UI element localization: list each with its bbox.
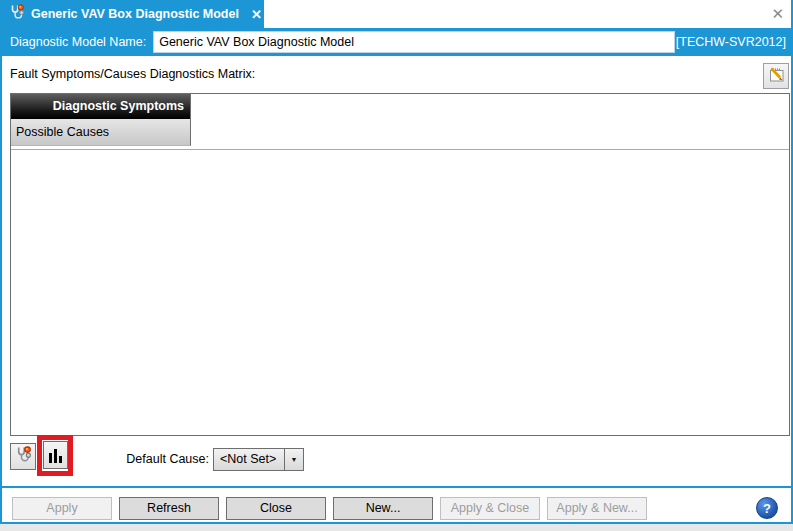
matrix-grid-line	[11, 149, 789, 150]
apply-and-close-button[interactable]: Apply & Close	[440, 497, 540, 520]
edit-matrix-button[interactable]	[763, 63, 789, 89]
possible-causes-header: Possible Causes	[11, 119, 191, 146]
footer-separator	[2, 486, 791, 488]
diagnostic-symptoms-header: Diagnostic Symptoms	[11, 94, 191, 119]
apply-button[interactable]: Apply	[12, 497, 112, 520]
diagnostic-model-window: Generic VAV Box Diagnostic Model ✕ ✕ Dia…	[0, 0, 793, 531]
default-cause-value: <Not Set>	[214, 449, 284, 470]
default-cause-dropdown[interactable]: <Not Set> ▼	[213, 448, 304, 471]
background-strip	[0, 524, 793, 531]
chevron-down-icon[interactable]: ▼	[284, 449, 303, 470]
server-badge: [TECHW-SVR2012]	[676, 35, 786, 49]
header-bar: Diagnostic Model Name: [TECHW-SVR2012]	[2, 28, 791, 56]
stethoscope-alarm-icon	[15, 446, 32, 467]
question-mark-icon: ?	[763, 501, 771, 516]
bar-chart-icon	[49, 448, 62, 463]
refresh-button[interactable]: Refresh	[119, 497, 219, 520]
close-button[interactable]: Close	[226, 497, 326, 520]
tab-generic-vav-box-diagnostic-model[interactable]: Generic VAV Box Diagnostic Model ✕	[2, 0, 264, 28]
tab-close-icon[interactable]: ✕	[251, 8, 262, 21]
diagnostic-model-name-input[interactable]	[153, 31, 675, 53]
diagnostic-model-name-label: Diagnostic Model Name:	[10, 35, 146, 49]
apply-and-new-button[interactable]: Apply & New...	[547, 497, 647, 520]
diagnostic-model-dialog: Generic VAV Box Diagnostic Model ✕ ✕ Dia…	[0, 0, 793, 524]
window-close-icon[interactable]: ✕	[771, 6, 784, 21]
stethoscope-alarm-icon	[9, 4, 25, 24]
edit-note-icon	[767, 65, 786, 88]
chart-view-button[interactable]	[43, 441, 68, 469]
matrix-section-label: Fault Symptoms/Causes Diagnostics Matrix…	[10, 67, 255, 81]
matrix-corner-header: Diagnostic Symptoms Possible Causes	[11, 94, 191, 146]
diagnostics-matrix[interactable]: Diagnostic Symptoms Possible Causes	[10, 93, 790, 436]
new-button[interactable]: New...	[333, 497, 433, 520]
default-cause-label: Default Cause:	[102, 452, 209, 466]
tab-title: Generic VAV Box Diagnostic Model	[31, 7, 239, 21]
help-button[interactable]: ?	[756, 497, 778, 519]
diagnostic-tool-button[interactable]	[10, 443, 36, 470]
